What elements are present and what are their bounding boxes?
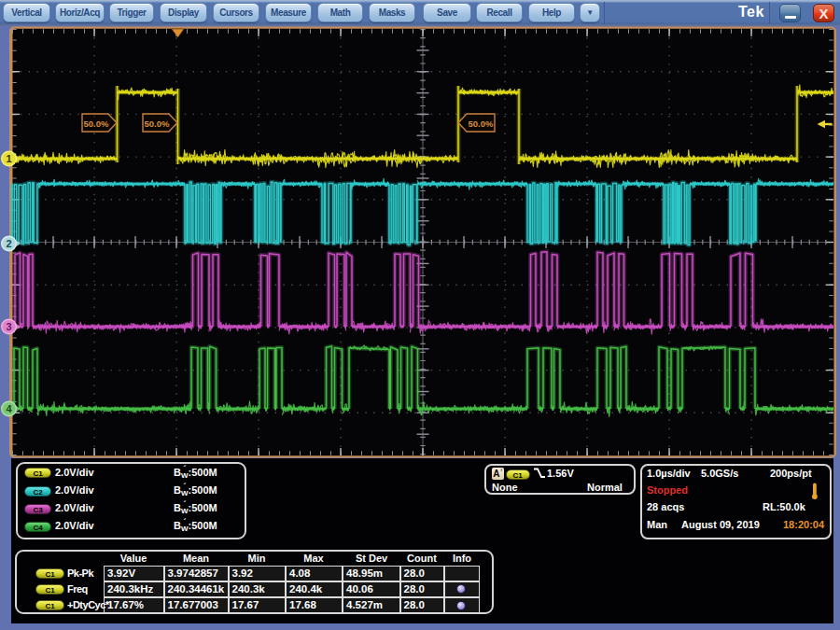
svg-text:4: 4 [6, 403, 12, 414]
svg-text:1: 1 [6, 153, 11, 164]
svg-text:3: 3 [6, 321, 11, 332]
svg-text:50.0%: 50.0% [469, 119, 494, 129]
svg-text:50.0%: 50.0% [145, 119, 170, 129]
svg-text:50.0%: 50.0% [84, 119, 109, 129]
svg-text:2: 2 [6, 238, 11, 249]
